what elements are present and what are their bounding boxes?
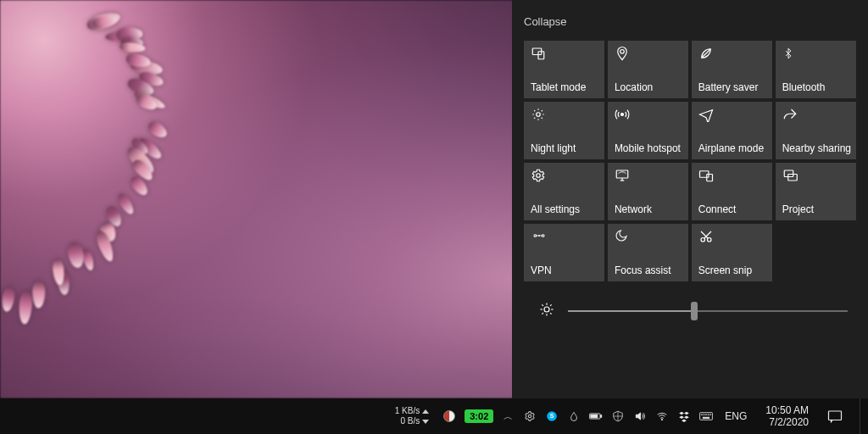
- tile-screen-snip[interactable]: Screen snip: [692, 224, 772, 281]
- taskbar: 1 KB/s 0 B/s 3:02 ︿ S: [0, 398, 868, 434]
- svg-point-39: [662, 419, 663, 420]
- tile-label: Connect: [698, 203, 767, 215]
- svg-point-19: [534, 235, 537, 237]
- bluetooth-icon: [782, 46, 798, 61]
- svg-rect-18: [787, 175, 797, 181]
- svg-point-20: [542, 235, 544, 237]
- tile-label: Battery saver: [698, 81, 767, 93]
- svg-point-3: [537, 113, 541, 117]
- tile-all-settings[interactable]: All settings: [524, 163, 604, 220]
- tile-tablet-mode[interactable]: Tablet mode: [524, 41, 604, 98]
- svg-rect-47: [829, 411, 842, 420]
- night-light-icon: [531, 107, 546, 122]
- tray-settings-icon[interactable]: [523, 409, 537, 423]
- tile-label: Focus assist: [615, 264, 683, 276]
- svg-line-32: [550, 304, 552, 306]
- tile-night-light[interactable]: Night light: [524, 102, 604, 159]
- svg-point-12: [620, 114, 623, 116]
- svg-rect-17: [784, 170, 793, 177]
- svg-line-29: [542, 304, 543, 306]
- svg-line-31: [542, 313, 543, 314]
- brightness-slider[interactable]: [568, 303, 848, 320]
- network-speed-indicator[interactable]: 1 KB/s 0 B/s: [395, 406, 429, 426]
- svg-rect-38: [591, 415, 598, 418]
- all-settings-icon: [531, 168, 546, 183]
- svg-line-11: [542, 110, 542, 111]
- svg-rect-37: [601, 415, 602, 417]
- project-icon: [782, 168, 798, 183]
- tile-label: Screen snip: [698, 264, 767, 276]
- connect-icon: [698, 168, 714, 183]
- network-icon: [615, 168, 630, 183]
- tablet-mode-icon: [531, 46, 546, 61]
- svg-point-43: [706, 415, 707, 415]
- tile-label: All settings: [531, 203, 599, 215]
- focus-assist-icon: [615, 229, 630, 244]
- svg-rect-40: [700, 413, 713, 420]
- svg-point-41: [702, 415, 703, 415]
- tile-mobile-hotspot[interactable]: Mobile hotspot: [608, 102, 688, 159]
- tray-overflow-chevron-icon[interactable]: ︿: [502, 410, 515, 423]
- taskbar-time: 10:50 AM: [765, 404, 809, 416]
- tile-battery-saver[interactable]: Battery saver: [692, 41, 772, 98]
- svg-rect-46: [704, 417, 709, 418]
- location-icon: [615, 46, 630, 61]
- svg-line-8: [534, 110, 535, 111]
- taskbar-date: 7/2/2020: [765, 416, 809, 428]
- notifications-button[interactable]: [824, 405, 846, 427]
- taskbar-clock[interactable]: 10:50 AM 7/2/2020: [759, 404, 815, 428]
- tile-network[interactable]: Network: [608, 163, 688, 220]
- vpn-icon: [531, 229, 546, 244]
- tile-label: Project: [782, 203, 851, 215]
- action-center-panel: Collapse Tablet modeLocationBattery save…: [512, 0, 868, 398]
- screen-snip-icon: [698, 229, 714, 244]
- svg-point-24: [544, 307, 549, 312]
- tile-label: Bluetooth: [782, 81, 851, 93]
- volume-icon[interactable]: [633, 409, 647, 423]
- svg-point-33: [529, 415, 532, 418]
- svg-text:S: S: [550, 413, 554, 419]
- tile-airplane-mode[interactable]: Airplane mode: [692, 102, 772, 159]
- svg-line-10: [534, 118, 535, 119]
- battery-icon[interactable]: [589, 409, 603, 423]
- tile-vpn[interactable]: VPN: [524, 224, 604, 281]
- tray-disk-usage-icon[interactable]: [442, 409, 456, 423]
- battery-saver-icon: [698, 46, 714, 61]
- tile-location[interactable]: Location: [608, 41, 688, 98]
- windows-security-icon[interactable]: [611, 409, 625, 423]
- tray-timer-badge[interactable]: 3:02: [465, 409, 493, 423]
- wifi-icon[interactable]: [655, 409, 669, 423]
- keyboard-icon[interactable]: [699, 409, 713, 423]
- brightness-slider-row: [524, 281, 856, 320]
- svg-line-9: [542, 118, 542, 119]
- tile-label: VPN: [531, 264, 599, 276]
- tile-focus-assist[interactable]: Focus assist: [608, 224, 688, 281]
- tile-bluetooth[interactable]: Bluetooth: [776, 41, 856, 98]
- tile-nearby-sharing[interactable]: Nearby sharing: [776, 102, 856, 159]
- svg-point-44: [708, 415, 709, 415]
- tray-droplet-icon[interactable]: [567, 409, 581, 423]
- brightness-icon: [539, 302, 554, 320]
- airplane-mode-icon: [698, 107, 714, 122]
- dropbox-icon[interactable]: [677, 409, 691, 423]
- tile-label: Mobile hotspot: [615, 142, 683, 154]
- tile-label: Night light: [531, 142, 599, 154]
- tile-label: Tablet mode: [531, 81, 599, 93]
- language-indicator[interactable]: ENG: [721, 410, 750, 422]
- svg-point-42: [704, 415, 704, 415]
- tile-label: Airplane mode: [698, 142, 767, 154]
- collapse-link[interactable]: Collapse: [524, 15, 567, 28]
- tile-project[interactable]: Project: [776, 163, 856, 220]
- tile-label: Nearby sharing: [782, 142, 851, 154]
- svg-point-21: [538, 235, 539, 236]
- svg-line-30: [550, 313, 552, 314]
- svg-point-13: [537, 174, 541, 178]
- mobile-hotspot-icon: [615, 107, 630, 122]
- nearby-sharing-icon: [782, 107, 798, 122]
- taskbar-tray: 1 KB/s 0 B/s 3:02 ︿ S: [395, 398, 868, 434]
- svg-point-2: [620, 50, 625, 54]
- tray-skype-icon[interactable]: S: [545, 409, 559, 423]
- tile-connect[interactable]: Connect: [692, 163, 772, 220]
- show-desktop-button[interactable]: [860, 398, 865, 434]
- svg-point-45: [710, 415, 711, 415]
